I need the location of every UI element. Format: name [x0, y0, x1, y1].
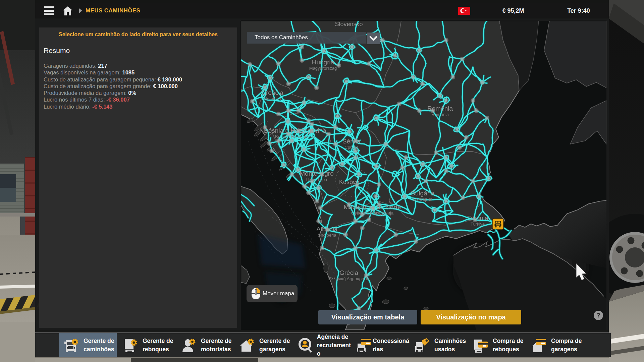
svg-text:Северна Македонија: Северна Македонија: [351, 210, 394, 216]
svg-text:Romênia: Romênia: [427, 105, 453, 112]
svg-text:Montenegro: Montenegro: [300, 170, 333, 177]
svg-text:Shqipëria: Shqipëria: [318, 233, 337, 238]
svg-text:Magyarország: Magyarország: [309, 66, 337, 71]
svg-text:Bosna i Hercegovina: Bosna i Hercegovina: [275, 134, 316, 139]
svg-text:Црна Гора: Црна Гора: [306, 177, 327, 182]
svg-text:Hrvatska: Hrvatska: [264, 96, 281, 101]
svg-text:Србија: Србија: [344, 145, 359, 150]
svg-text:Grécia: Grécia: [339, 269, 358, 276]
svg-text:Bósnia e Herzegovina: Bósnia e Herzegovina: [264, 127, 326, 134]
svg-text:Albânia: Albânia: [316, 226, 338, 233]
svg-text:Croácia: Croácia: [261, 89, 283, 96]
svg-text:Bulgária: Bulgária: [411, 190, 434, 197]
svg-text:România: România: [431, 112, 449, 117]
svg-text:България: България: [413, 197, 432, 202]
svg-text:Sérvia: Sérvia: [342, 138, 361, 145]
svg-text:Macedonia do Norte: Macedonia do Norte: [343, 203, 401, 210]
svg-text:Türkiye: Türkiye: [471, 222, 485, 227]
svg-text:Kosovo: Kosovo: [339, 179, 359, 185]
svg-text:Slovensko: Slovensko: [335, 21, 363, 27]
svg-text:Turquia: Turquia: [467, 215, 488, 222]
svg-text:Ελληνική Δημοκρατία: Ελληνική Δημοκρατία: [328, 276, 370, 281]
svg-text:Hungria: Hungria: [312, 59, 334, 66]
